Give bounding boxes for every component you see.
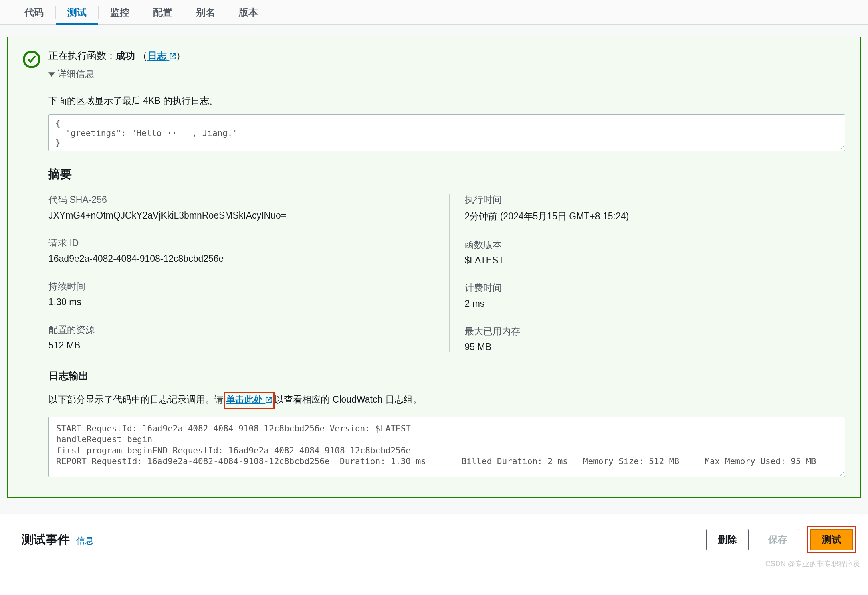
external-link-icon	[265, 397, 272, 403]
log-intro-post: 以查看相应的 CloudWatch 日志组。	[275, 394, 422, 405]
resize-handle-icon[interactable]	[838, 144, 844, 150]
kv-resources: 配置的资源 512 MB	[48, 324, 429, 351]
summary-heading: 摘要	[48, 166, 845, 182]
page-root: 代码 测试 监控 配置 别名 版本 正在执行函数：成功 （日志 ） 详细信息	[0, 0, 868, 567]
kv-maxmem: 最大已用内存 95 MB	[465, 325, 846, 352]
kv-key: 计费时间	[465, 282, 846, 294]
kv-version: 函数版本 $LATEST	[465, 239, 846, 266]
banner-prefix: 正在执行函数：	[48, 50, 116, 61]
kv-key: 最大已用内存	[465, 325, 846, 338]
summary-col-right: 执行时间 2分钟前 (2024年5月15日 GMT+8 15:24) 函数版本 …	[449, 194, 846, 352]
kv-key: 函数版本	[465, 239, 846, 251]
kv-key: 执行时间	[465, 194, 846, 206]
tab-alias[interactable]: 别名	[184, 0, 227, 24]
tab-test[interactable]: 测试	[56, 0, 98, 24]
banner-paren-close: ）	[176, 50, 186, 61]
kv-duration: 持续时间 1.30 ms	[48, 280, 429, 308]
tab-bar: 代码 测试 监控 配置 别名 版本	[0, 0, 868, 25]
tab-version[interactable]: 版本	[227, 0, 270, 24]
kv-value: 16ad9e2a-4082-4084-9108-12c8bcbd256e	[48, 253, 429, 264]
details-label: 详细信息	[57, 68, 94, 80]
success-check-icon	[23, 51, 40, 68]
banner-status: 成功	[116, 50, 135, 61]
kv-value: 1.30 ms	[48, 297, 429, 308]
kv-value: 2 ms	[465, 298, 846, 309]
kv-sha: 代码 SHA-256 JXYmG4+nOtmQJCkY2aVjKkiL3bmnR…	[48, 194, 429, 221]
kv-value: 2分钟前 (2024年5月15日 GMT+8 15:24)	[465, 210, 846, 223]
tab-config[interactable]: 配置	[141, 0, 184, 24]
result-panel: 正在执行函数：成功 （日志 ） 详细信息 下面的区域显示了最后 4KB 的执行日…	[7, 37, 861, 498]
intro-text: 下面的区域显示了最后 4KB 的执行日志。	[48, 95, 845, 107]
resize-handle-icon[interactable]	[838, 470, 844, 476]
save-button: 保存	[757, 529, 799, 550]
highlight-box: 测试	[807, 526, 856, 553]
footer-title: 测试事件	[22, 532, 70, 548]
info-link[interactable]: 信息	[76, 535, 94, 547]
summary-grid: 代码 SHA-256 JXYmG4+nOtmQJCkY2aVjKkiL3bmnR…	[48, 194, 845, 352]
kv-value: 512 MB	[48, 340, 429, 351]
cloudwatch-link[interactable]: 单击此处	[226, 394, 272, 405]
kv-reqid: 请求 ID 16ad9e2a-4082-4084-9108-12c8bcbd25…	[48, 237, 429, 264]
banner-title: 正在执行函数：成功 （日志 ）	[48, 49, 845, 62]
response-body[interactable]: { "greetings": "Hello ·· , Jiang." }	[48, 114, 845, 151]
kv-value: 95 MB	[465, 342, 846, 352]
kv-key: 代码 SHA-256	[48, 194, 429, 206]
footer-bar: 测试事件 信息 删除 保存 测试 CSDN @专业的非专职程序员	[0, 514, 868, 567]
kv-key: 持续时间	[48, 280, 429, 293]
log-intro: 以下部分显示了代码中的日志记录调用。请单击此处 以查看相应的 CloudWatc…	[48, 392, 845, 409]
banner-body: 正在执行函数：成功 （日志 ） 详细信息 下面的区域显示了最后 4KB 的执行日…	[48, 49, 845, 477]
tab-code[interactable]: 代码	[13, 0, 55, 24]
kv-value: JXYmG4+nOtmQJCkY2aVjKkiL3bmnRoeSMSkIAcyI…	[48, 210, 429, 221]
summary-col-left: 代码 SHA-256 JXYmG4+nOtmQJCkY2aVjKkiL3bmnR…	[48, 194, 449, 352]
delete-button[interactable]: 删除	[706, 529, 749, 550]
footer-buttons: 删除 保存 测试	[706, 526, 856, 553]
kv-key: 配置的资源	[48, 324, 429, 336]
logs-link[interactable]: 日志	[147, 50, 176, 61]
log-output[interactable]: START RequestId: 16ad9e2a-4082-4084-9108…	[48, 417, 845, 477]
log-intro-pre: 以下部分显示了代码中的日志记录调用。请	[48, 394, 224, 405]
kv-value: $LATEST	[465, 255, 846, 266]
details-toggle[interactable]: 详细信息	[48, 68, 845, 80]
highlight-box: 单击此处	[224, 392, 275, 409]
success-banner: 正在执行函数：成功 （日志 ） 详细信息 下面的区域显示了最后 4KB 的执行日…	[23, 49, 845, 477]
svg-marker-0	[48, 72, 55, 77]
triangle-down-icon	[48, 71, 55, 77]
banner-paren-open: （	[138, 50, 147, 61]
kv-key: 请求 ID	[48, 237, 429, 249]
footer-left: 测试事件 信息	[22, 532, 94, 548]
external-link-icon	[169, 53, 176, 60]
log-heading: 日志输出	[48, 369, 845, 382]
test-button[interactable]: 测试	[810, 529, 853, 550]
kv-billed: 计费时间 2 ms	[465, 282, 846, 309]
watermark: CSDN @专业的非专职程序员	[765, 559, 860, 567]
tab-monitor[interactable]: 监控	[99, 0, 141, 24]
kv-exectime: 执行时间 2分钟前 (2024年5月15日 GMT+8 15:24)	[465, 194, 846, 223]
